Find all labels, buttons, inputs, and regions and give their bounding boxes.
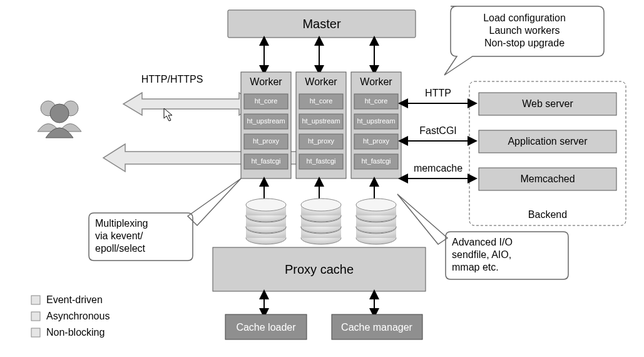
- worker-3-mod-2-label: ht_proxy: [363, 137, 390, 145]
- worker-2-mod-1-label: ht_upstream: [302, 117, 340, 125]
- backend-item-0-label: Web server: [522, 98, 573, 109]
- lbl-memcache: memcache: [414, 163, 463, 173]
- worker-1-mod-2-label: ht_proxy: [253, 137, 280, 145]
- http-top-arrow: [123, 93, 258, 115]
- callout-master-l3: Non-stop upgrade: [484, 38, 565, 48]
- backend-item-2-label: Memcached: [520, 173, 575, 184]
- io-l3: mmap etc.: [452, 262, 499, 272]
- proxy-cache-label: Proxy cache: [285, 262, 354, 276]
- master-callout: Load configuration Launch workers Non-st…: [444, 6, 604, 75]
- worker-2-mod-3-label: ht_fastcgi: [306, 157, 335, 165]
- worker-2-mod-0-label: ht_core: [310, 97, 333, 105]
- mux-l3: epoll/select: [95, 243, 146, 254]
- backend-item-1-label: Application server: [508, 136, 588, 147]
- cache-manager-label: Cache manager: [341, 322, 413, 333]
- db-1-slice-2-top: [246, 199, 286, 211]
- cache-loader-label: Cache loader: [236, 322, 296, 333]
- legend-box-2: [31, 328, 40, 337]
- mux-l2: via kevent/: [95, 230, 143, 241]
- worker-1-title: Worker: [250, 76, 282, 87]
- worker-2-title: Worker: [305, 76, 337, 87]
- legend-box-0: [31, 296, 40, 304]
- users-icon: [38, 101, 81, 138]
- worker-1-mod-1-label: ht_upstream: [247, 117, 285, 125]
- worker-3-mod-0-label: ht_core: [365, 97, 388, 105]
- svg-point-2: [50, 104, 69, 123]
- worker-3-title: Worker: [360, 76, 392, 87]
- master-label: Master: [302, 17, 340, 31]
- legend-label-0: Event-driven: [46, 294, 103, 305]
- backend-title: Backend: [528, 209, 567, 220]
- legend-box-1: [31, 312, 40, 321]
- db-3-slice-2-top: [356, 199, 396, 211]
- worker-3-mod-3-label: ht_fastcgi: [361, 157, 391, 165]
- worker-1-mod-3-label: ht_fastcgi: [251, 157, 280, 165]
- io-l1: Advanced I/O: [452, 237, 513, 247]
- mux-l1: Multiplexing: [95, 218, 148, 229]
- legend-label-1: Asynchronous: [46, 311, 110, 321]
- worker-2-mod-2-label: ht_proxy: [308, 137, 335, 145]
- io-l2: sendfile, AIO,: [452, 249, 511, 260]
- db-2-slice-2-top: [301, 199, 341, 211]
- callout-master-l2: Launch workers: [489, 25, 560, 36]
- worker-1-mod-0-label: ht_core: [255, 97, 278, 105]
- http-label: HTTP/HTTPS: [141, 74, 203, 85]
- callout-master-l1: Load configuration: [483, 13, 566, 23]
- cursor-icon: [164, 108, 172, 121]
- lbl-http: HTTP: [425, 88, 451, 98]
- legend-label-2: Non-blocking: [46, 327, 105, 338]
- worker-3-mod-1-label: ht_upstream: [357, 117, 395, 125]
- lbl-fcgi: FastCGI: [419, 125, 457, 136]
